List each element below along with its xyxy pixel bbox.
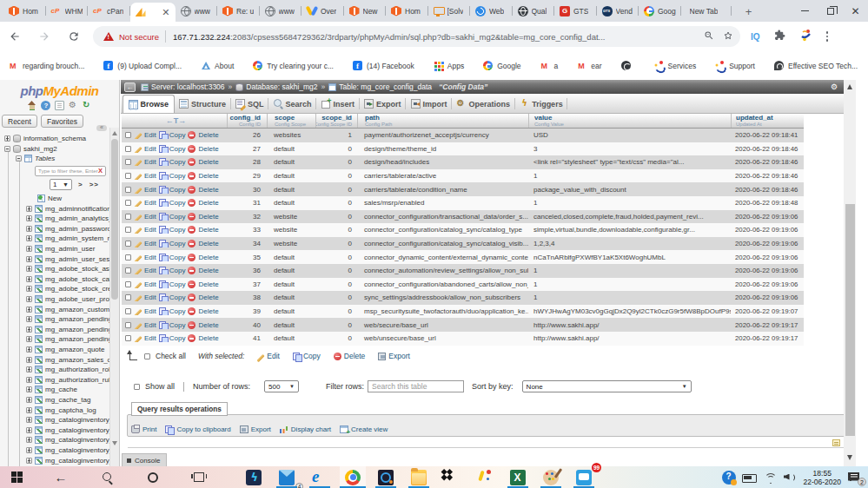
delete-icon[interactable] [188, 267, 195, 274]
tree-item-database[interactable]: information_schema [0, 134, 109, 144]
copy-link[interactable]: Copy [169, 172, 186, 180]
taskbar-app[interactable]: 99 [571, 466, 597, 488]
tree-item-database[interactable]: sakhi_mg2 [0, 144, 109, 155]
url-text[interactable]: 167.71.232.224:2083/cpsess5684729362/3rd… [173, 32, 695, 42]
scrollbar-thumb[interactable] [111, 139, 118, 300]
pma-tab[interactable]: Export [360, 95, 407, 113]
taskbar-clock[interactable]: 18:55 22-06-2020 [804, 469, 841, 486]
column-header-path[interactable]: path Config Path [357, 114, 528, 128]
scroll-down-icon[interactable] [847, 455, 852, 460]
edit-link[interactable]: Edit [144, 307, 156, 315]
console-bar[interactable]: Console [122, 453, 167, 466]
delete-icon[interactable] [188, 240, 195, 247]
window-restore-icon[interactable] [818, 0, 843, 22]
edit-pencil-icon[interactable] [134, 186, 142, 194]
copy-link[interactable]: Copy [169, 321, 186, 329]
sort-by-key-select[interactable]: None▼ [522, 380, 692, 392]
browser-menu-icon[interactable] [826, 31, 829, 42]
iq-extension-icon[interactable]: IQ [751, 32, 760, 42]
copy-link[interactable]: Copy [169, 131, 186, 139]
copy-link[interactable]: Copy [169, 186, 186, 194]
expand-icon[interactable] [26, 346, 32, 353]
copy-icon[interactable] [159, 334, 167, 342]
collapse-icon[interactable] [4, 146, 10, 152]
row-checkbox[interactable] [125, 294, 131, 300]
copy-link[interactable]: Copy [169, 307, 186, 315]
wifi-icon[interactable] [764, 471, 778, 485]
selected-copy-link[interactable]: Copy [293, 352, 321, 360]
not-secure-label[interactable]: Not secure [119, 32, 159, 42]
edit-pencil-icon[interactable] [134, 213, 142, 221]
delete-link[interactable]: Delete [198, 254, 218, 261]
copy-link[interactable]: Copy [169, 240, 186, 247]
expand-icon[interactable] [26, 316, 32, 322]
delete-link[interactable]: Delete [198, 131, 218, 139]
copy-link[interactable]: Copy [169, 213, 186, 221]
edit-link[interactable]: Edit [144, 158, 156, 166]
tree-item-table[interactable]: mg_cataloginventory_ [0, 425, 109, 435]
taskbar-app[interactable] [373, 466, 399, 488]
pma-tab[interactable]: Structure [175, 95, 231, 113]
delete-icon[interactable] [188, 172, 195, 180]
taskbar-app[interactable] [340, 466, 366, 488]
recent-button[interactable]: Recent [2, 115, 37, 128]
browser-tab[interactable]: Qual ✕ [513, 0, 555, 22]
delete-link[interactable]: Delete [198, 186, 218, 194]
copy-link[interactable]: Copy [169, 158, 186, 166]
delete-link[interactable]: Delete [198, 280, 218, 288]
page-select[interactable]: 1▼ [50, 179, 72, 190]
delete-icon[interactable] [188, 131, 195, 139]
tree-item-table[interactable]: mg_authorization_role [0, 365, 109, 375]
browser-tab[interactable]: ✕ [130, 3, 176, 22]
copy-link[interactable]: Copy [169, 280, 186, 288]
tree-item-table[interactable]: mg_adobe_stock_asse [0, 264, 109, 274]
delete-icon[interactable] [188, 145, 195, 153]
edit-pencil-icon[interactable] [134, 293, 142, 301]
table-search-input[interactable]: Search this table [368, 380, 464, 392]
bookmark-item[interactable]: (14) Facebook [353, 61, 414, 70]
edit-link[interactable]: Edit [144, 172, 156, 180]
bookmark-item[interactable] [621, 61, 635, 70]
tree-item-table[interactable]: mg_amazon_pending_ [0, 334, 109, 345]
browser-tab[interactable]: New ✕ [344, 0, 387, 22]
expand-icon[interactable] [26, 296, 32, 302]
pma-tab[interactable]: Operations [452, 95, 515, 113]
delete-icon[interactable] [188, 321, 195, 329]
copy-link[interactable]: Copy [169, 226, 186, 234]
expand-icon[interactable] [26, 326, 32, 333]
bookmark-item[interactable]: Try clearing your c... [253, 61, 334, 70]
copy-icon[interactable] [159, 240, 167, 247]
expand-icon[interactable] [26, 458, 32, 464]
row-checkbox[interactable] [125, 267, 131, 274]
browser-tab[interactable]: Goog ✕ [639, 0, 681, 22]
query-op-link[interactable]: Copy to clipboard [165, 425, 230, 433]
edit-link[interactable]: Edit [144, 280, 156, 288]
edit-pencil-icon[interactable] [134, 280, 142, 288]
expand-icon[interactable] [26, 386, 32, 392]
delete-link[interactable]: Delete [198, 213, 218, 221]
row-checkbox[interactable] [125, 214, 131, 220]
edit-pencil-icon[interactable] [134, 254, 142, 261]
row-checkbox[interactable] [125, 254, 131, 260]
browser-tab[interactable]: Vend ✕ [597, 0, 639, 22]
edit-pencil-icon[interactable] [134, 145, 142, 153]
extensions-puzzle-icon[interactable] [774, 29, 785, 44]
browser-tab[interactable]: Re: u ✕ [217, 0, 260, 22]
expand-icon[interactable] [4, 135, 10, 142]
cortana-icon[interactable] [142, 467, 163, 488]
settings-gear-icon[interactable] [69, 101, 78, 110]
edit-link[interactable]: Edit [144, 267, 156, 274]
delete-link[interactable]: Delete [198, 267, 218, 274]
tree-item-table[interactable]: mg_captcha_log [0, 405, 109, 415]
scroll-down-icon[interactable] [112, 441, 117, 445]
selected-edit-link[interactable]: Edit [256, 352, 280, 360]
copy-icon[interactable] [159, 280, 167, 288]
pma-tab[interactable]: Insert [316, 95, 360, 113]
copy-icon[interactable] [159, 254, 167, 261]
row-checkbox[interactable] [125, 173, 131, 179]
pager-next[interactable]: > [78, 181, 83, 188]
selected-export-link[interactable]: Export [378, 352, 410, 360]
window-close-icon[interactable]: ✕ [843, 0, 868, 22]
taskbar-app[interactable] [505, 466, 531, 488]
query-op-link[interactable]: Export [240, 425, 271, 433]
